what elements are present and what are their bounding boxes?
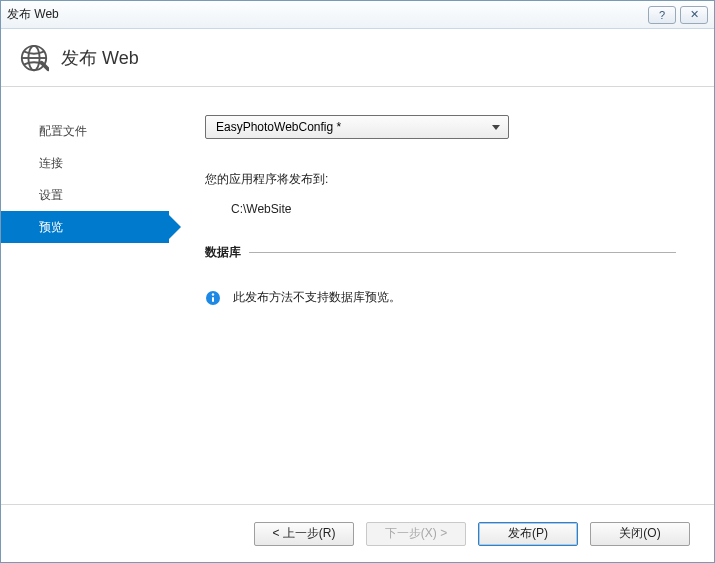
help-icon: ? [659, 9, 665, 21]
button-label: 发布(P) [508, 525, 548, 542]
previous-button[interactable]: < 上一步(R) [254, 522, 354, 546]
dialog-window: 发布 Web ? ✕ 发布 Web 配置文件 连接 设置 [0, 0, 715, 563]
sidebar-item-profile[interactable]: 配置文件 [1, 115, 169, 147]
publish-button[interactable]: 发布(P) [478, 522, 578, 546]
svg-rect-4 [212, 297, 214, 302]
sidebar-item-preview[interactable]: 预览 [1, 211, 169, 243]
window-title: 发布 Web [7, 6, 644, 23]
sidebar-item-label: 预览 [39, 219, 63, 236]
sidebar-item-label: 配置文件 [39, 123, 87, 140]
content-area: EasyPhotoWebConfig * 您的应用程序将发布到: C:\WebS… [169, 87, 714, 504]
info-icon [205, 290, 221, 306]
svg-point-5 [212, 293, 214, 295]
globe-icon [19, 43, 49, 73]
sidebar-item-label: 连接 [39, 155, 63, 172]
section-divider [249, 252, 676, 253]
help-button[interactable]: ? [648, 6, 676, 24]
page-title: 发布 Web [61, 46, 139, 70]
publish-target-label: 您的应用程序将发布到: [205, 171, 676, 188]
body: 配置文件 连接 设置 预览 EasyPhotoWebConfig * 您的应用程… [1, 87, 714, 504]
profile-dropdown[interactable]: EasyPhotoWebConfig * [205, 115, 509, 139]
database-message: 此发布方法不支持数据库预览。 [233, 289, 401, 306]
close-window-button[interactable]: ✕ [680, 6, 708, 24]
database-message-row: 此发布方法不支持数据库预览。 [205, 289, 676, 306]
publish-target-value: C:\WebSite [231, 202, 676, 216]
titlebar: 发布 Web ? ✕ [1, 1, 714, 29]
database-section-title: 数据库 [205, 244, 241, 261]
close-icon: ✕ [690, 8, 699, 21]
footer: < 上一步(R) 下一步(X) > 发布(P) 关闭(O) [1, 504, 714, 562]
next-button: 下一步(X) > [366, 522, 466, 546]
sidebar: 配置文件 连接 设置 预览 [1, 87, 169, 504]
button-label: 关闭(O) [619, 525, 660, 542]
sidebar-item-connection[interactable]: 连接 [1, 147, 169, 179]
profile-dropdown-value: EasyPhotoWebConfig * [216, 120, 492, 134]
sidebar-item-label: 设置 [39, 187, 63, 204]
header: 发布 Web [1, 29, 714, 87]
sidebar-item-settings[interactable]: 设置 [1, 179, 169, 211]
chevron-down-icon [492, 125, 500, 130]
button-label: < 上一步(R) [273, 525, 336, 542]
close-button[interactable]: 关闭(O) [590, 522, 690, 546]
database-section-header: 数据库 [205, 244, 676, 261]
profile-row: EasyPhotoWebConfig * [205, 115, 676, 139]
button-label: 下一步(X) > [385, 525, 447, 542]
